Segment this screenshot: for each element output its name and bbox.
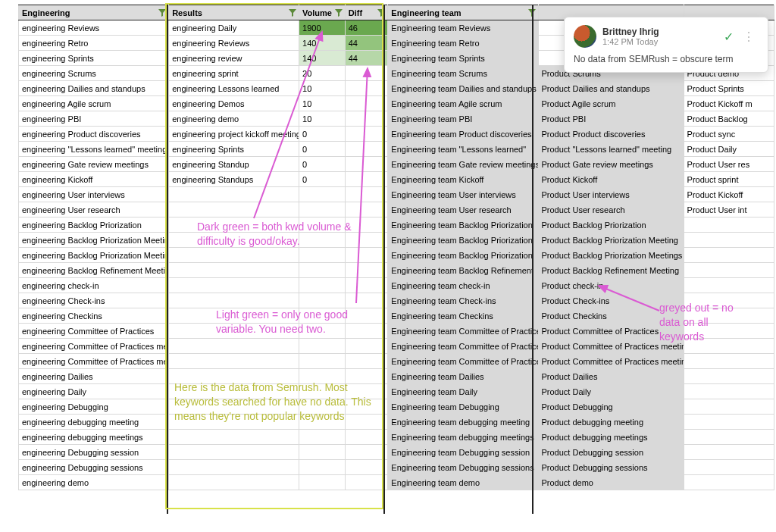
eng[interactable]: engineering debugging meetings xyxy=(19,430,169,445)
team[interactable]: Engineering team Retro xyxy=(388,36,538,51)
eng[interactable]: engineering Debugging session xyxy=(19,445,169,460)
p2[interactable] xyxy=(684,324,774,339)
res[interactable]: engineering Lessons learned xyxy=(169,81,299,96)
diff[interactable] xyxy=(345,430,388,445)
res[interactable] xyxy=(169,415,299,430)
eng[interactable]: engineering Backlog Refinement Meeting xyxy=(19,263,169,278)
eng[interactable]: engineering Daily xyxy=(19,384,169,399)
team[interactable]: Engineering team Product discoveries xyxy=(388,127,538,142)
res[interactable] xyxy=(169,263,299,278)
eng[interactable]: engineering debugging meeting xyxy=(19,415,169,430)
p1[interactable]: Product "Lessons learned" meeting xyxy=(538,142,684,157)
vol[interactable] xyxy=(299,445,346,460)
team[interactable]: Engineering team debugging meeting xyxy=(388,415,538,430)
eng[interactable]: engineering Scrums xyxy=(19,66,169,81)
p1[interactable]: Product Checkins xyxy=(538,308,684,324)
vol[interactable] xyxy=(299,202,346,217)
res[interactable]: engineering Sprints xyxy=(169,142,299,157)
vol[interactable] xyxy=(299,430,346,445)
eng[interactable]: engineering Backlog Priorization xyxy=(19,217,169,233)
p1[interactable]: Product Debugging session xyxy=(538,445,684,460)
res[interactable] xyxy=(169,217,299,233)
p1[interactable]: Product Agile scrum xyxy=(538,96,684,111)
vol[interactable]: 20 xyxy=(299,66,346,81)
res[interactable] xyxy=(169,248,299,263)
p1[interactable]: Product debugging meetings xyxy=(538,430,684,445)
diff[interactable]: 44 xyxy=(345,51,388,66)
diff[interactable] xyxy=(345,293,388,308)
p1[interactable]: Product Check-ins xyxy=(538,293,684,308)
eng[interactable]: engineering User interviews xyxy=(19,187,169,202)
vol[interactable] xyxy=(299,217,346,233)
p2[interactable]: Product User res xyxy=(684,157,774,172)
diff[interactable] xyxy=(345,324,388,339)
p2[interactable] xyxy=(684,339,774,354)
vol[interactable] xyxy=(299,308,346,324)
vol[interactable] xyxy=(299,324,346,339)
res[interactable]: engineering project kickoff meetings xyxy=(169,127,299,142)
vol[interactable] xyxy=(299,293,346,308)
team[interactable]: Engineering team Dailies and standups xyxy=(388,81,538,96)
diff[interactable] xyxy=(345,142,388,157)
eng[interactable]: engineering Checkins xyxy=(19,308,169,324)
vol[interactable]: 140 xyxy=(299,51,346,66)
p2[interactable] xyxy=(684,384,774,399)
p2[interactable] xyxy=(684,263,774,278)
col-header-volume[interactable]: Volume xyxy=(299,5,346,20)
vol[interactable]: 0 xyxy=(299,142,346,157)
filter-icon[interactable] xyxy=(335,9,343,17)
res[interactable] xyxy=(169,399,299,415)
p1[interactable]: Product Backlog Refinement Meeting xyxy=(538,263,684,278)
team[interactable]: Engineering team User interviews xyxy=(388,187,538,202)
team[interactable]: Engineering team Kickoff xyxy=(388,172,538,187)
eng[interactable]: engineering Kickoff xyxy=(19,172,169,187)
vol[interactable]: 10 xyxy=(299,81,346,96)
team[interactable]: Engineering team Dailies xyxy=(388,369,538,384)
p2[interactable] xyxy=(684,430,774,445)
p1[interactable]: Product debugging meeting xyxy=(538,415,684,430)
col-header-results[interactable]: Results xyxy=(169,5,299,20)
res[interactable]: engineering Standups xyxy=(169,172,299,187)
diff[interactable] xyxy=(345,369,388,384)
eng[interactable]: engineering Committee of Practices meeti… xyxy=(19,354,169,369)
p1[interactable]: Product Daily xyxy=(538,384,684,399)
eng[interactable]: engineering Debugging xyxy=(19,399,169,415)
p2[interactable] xyxy=(684,293,774,308)
p1[interactable]: Product Gate review meetings xyxy=(538,157,684,172)
eng[interactable]: engineering Backlog Priorization Meeting… xyxy=(19,248,169,263)
vol[interactable] xyxy=(299,263,346,278)
p1[interactable]: Product Dailies and standups xyxy=(538,81,684,96)
res[interactable] xyxy=(169,202,299,217)
vol[interactable]: 0 xyxy=(299,172,346,187)
res[interactable]: engineering Reviews xyxy=(169,36,299,51)
p2[interactable]: Product sync xyxy=(684,127,774,142)
res[interactable]: engineering demo xyxy=(169,111,299,127)
res[interactable]: engineering Standup xyxy=(169,157,299,172)
vol[interactable] xyxy=(299,415,346,430)
res[interactable] xyxy=(169,324,299,339)
res[interactable]: engineering review xyxy=(169,51,299,66)
vol[interactable] xyxy=(299,354,346,369)
p1[interactable]: Product check-in xyxy=(538,278,684,293)
res[interactable] xyxy=(169,278,299,293)
team[interactable]: Engineering team Gate review meetings xyxy=(388,157,538,172)
res[interactable] xyxy=(169,369,299,384)
team[interactable]: Engineering team Backlog Refinement xyxy=(388,263,538,278)
col-header-engineering[interactable]: Engineering xyxy=(19,5,169,20)
eng[interactable]: engineering Committee of Practices xyxy=(19,324,169,339)
col-header-diff[interactable]: Diff xyxy=(345,5,388,20)
p1[interactable]: Product demo xyxy=(538,475,684,490)
resolve-icon[interactable]: ✓ xyxy=(724,30,734,44)
eng[interactable]: engineering Debugging sessions xyxy=(19,460,169,475)
p2[interactable]: Product sprint xyxy=(684,172,774,187)
team[interactable]: Engineering team Agile scrum xyxy=(388,96,538,111)
eng[interactable]: engineering Sprints xyxy=(19,51,169,66)
res[interactable]: engineering Daily xyxy=(169,20,299,36)
p1[interactable]: Product Dailies xyxy=(538,369,684,384)
diff[interactable] xyxy=(345,384,388,399)
team[interactable]: Engineering team User research xyxy=(388,202,538,217)
eng[interactable]: engineering demo xyxy=(19,475,169,490)
team[interactable]: Engineering team Committee of Practices xyxy=(388,324,538,339)
p1[interactable]: Product Product discoveries xyxy=(538,127,684,142)
p2[interactable] xyxy=(684,445,774,460)
